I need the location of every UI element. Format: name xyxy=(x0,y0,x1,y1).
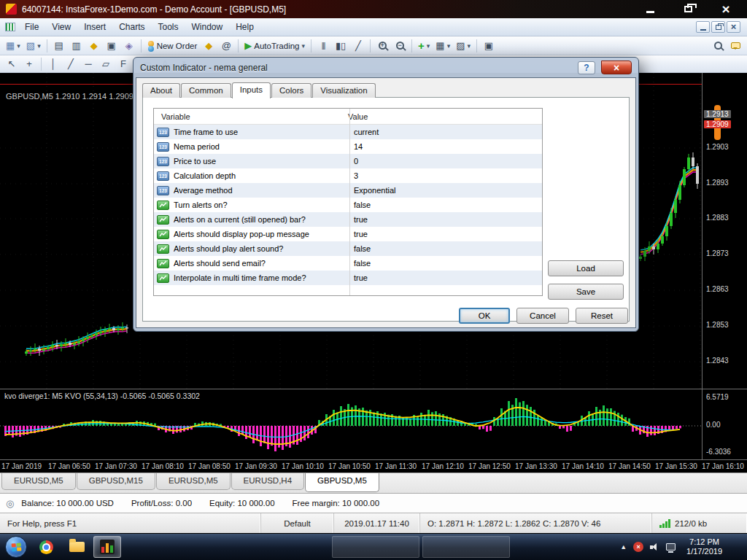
time-axis[interactable]: 17 Jan 201917 Jan 06:5017 Jan 07:3017 Ja… xyxy=(0,459,747,472)
dialog-tab-inputs[interactable]: Inputs xyxy=(232,82,271,98)
param-value[interactable]: true xyxy=(347,215,542,224)
menu-insert[interactable]: Insert xyxy=(77,19,112,35)
param-row[interactable]: Turn alerts on?false xyxy=(154,198,542,212)
tray-chevron-icon[interactable]: ▲ xyxy=(620,543,627,551)
candlestick-chart-button[interactable]: ▮▯ xyxy=(333,38,349,54)
time-axis-label: 17 Jan 09:30 xyxy=(235,462,277,470)
volume-icon[interactable] xyxy=(650,542,659,551)
dialog-close-button[interactable]: × xyxy=(601,61,632,74)
dialog-tab-common[interactable]: Common xyxy=(181,83,231,98)
chart-tab-1[interactable]: GBPUSD,M15 xyxy=(77,473,155,490)
community-button[interactable]: @ xyxy=(218,38,234,54)
param-row[interactable]: 123Calculation depth3 xyxy=(154,168,542,183)
menu-window[interactable]: Window xyxy=(185,19,230,35)
zoom-out-button[interactable]: − xyxy=(392,38,408,54)
status-profile[interactable]: Default xyxy=(261,513,334,533)
menu-tools[interactable]: Tools xyxy=(152,19,185,35)
vertical-line-button[interactable]: │ xyxy=(45,56,61,72)
metaeditor-button[interactable]: ◆ xyxy=(201,38,217,54)
network-icon[interactable] xyxy=(666,543,676,551)
zoom-in-button[interactable]: + xyxy=(374,38,390,54)
param-row[interactable]: Alerts should display pop-up messagetrue xyxy=(154,227,542,241)
param-row[interactable]: Interpolate in multi time frame mode?tru… xyxy=(154,271,542,285)
menu-charts[interactable]: Charts xyxy=(112,19,151,35)
menu-view[interactable]: View xyxy=(45,19,77,35)
taskbar-chrome[interactable] xyxy=(32,536,60,558)
param-row[interactable]: 123Time frame to usecurrent xyxy=(154,125,542,139)
param-row[interactable]: Alerts on a current (still opened) bar?t… xyxy=(154,212,542,227)
dialog-help-button[interactable]: ? xyxy=(578,61,595,74)
dialog-tab-colors[interactable]: Colors xyxy=(271,83,311,98)
taskbar-ghost-previews xyxy=(332,536,510,558)
account-metric: Equity: 10 000.00 xyxy=(209,499,275,508)
taskbar-explorer[interactable] xyxy=(63,536,90,558)
chart-tab-0[interactable]: EURUSD,M5 xyxy=(1,473,76,490)
tile-windows-button[interactable]: ▣ xyxy=(481,38,497,54)
navigator-button[interactable]: ◆ xyxy=(86,38,102,54)
start-button[interactable] xyxy=(5,536,27,558)
param-value[interactable]: current xyxy=(347,128,542,136)
param-value[interactable]: false xyxy=(347,201,542,209)
crosshair-button[interactable]: + xyxy=(21,56,37,72)
cursor-button[interactable]: ↖ xyxy=(4,56,20,72)
data-window-button[interactable]: ▥ xyxy=(69,38,85,54)
chart-close-button[interactable]: × xyxy=(727,21,740,33)
new-chart-button[interactable]: ▦▾ xyxy=(4,38,23,54)
trendline-button[interactable]: ╱ xyxy=(63,56,79,72)
boolean-param-icon xyxy=(157,201,169,210)
price-scale[interactable]: 1.29131.29091.29031.28931.28831.28731.28… xyxy=(702,73,747,389)
dialog-tab-about[interactable]: About xyxy=(142,83,180,98)
param-value[interactable]: 0 xyxy=(347,157,542,166)
chart-restore-button[interactable] xyxy=(711,21,725,33)
close-button[interactable]: × xyxy=(716,3,735,16)
param-row[interactable]: 123Average methodExponential xyxy=(154,183,542,198)
chart-tab-3[interactable]: EURUSD,H4 xyxy=(231,473,304,490)
terminal-button[interactable]: ▣ xyxy=(104,38,120,54)
chart-minimize-button[interactable] xyxy=(696,21,710,33)
param-row[interactable]: Alerts should send email?false xyxy=(154,256,542,271)
strategy-tester-button[interactable]: ◈ xyxy=(121,38,137,54)
dialog-titlebar[interactable]: Custom Indicator - nema general ? × xyxy=(136,58,636,77)
param-value[interactable]: 3 xyxy=(347,171,542,180)
param-row[interactable]: 123Nema period14 xyxy=(154,139,542,154)
horizontal-line-button[interactable]: ─ xyxy=(80,56,96,72)
line-chart-button[interactable]: ╱ xyxy=(350,38,366,54)
save-button[interactable]: Save xyxy=(548,284,624,300)
new-order-button[interactable]: New Order xyxy=(145,38,200,54)
param-value[interactable]: 14 xyxy=(347,142,542,151)
param-value[interactable]: true xyxy=(347,273,542,282)
profiles-button[interactable]: ▧▾ xyxy=(24,38,43,54)
dialog-tab-visualization[interactable]: Visualization xyxy=(312,83,375,98)
cancel-button[interactable]: Cancel xyxy=(516,308,569,324)
channel-button[interactable]: ▱ xyxy=(98,56,114,72)
taskbar-clock[interactable]: 7:12 PM 1/17/2019 xyxy=(682,537,727,556)
param-row[interactable]: 123Price to use0 xyxy=(154,154,542,168)
chart-tab-2[interactable]: EURUSD,M5 xyxy=(156,473,231,490)
chart-tab-4[interactable]: GBPUSD,M5 xyxy=(305,473,379,492)
fibonacci-button[interactable]: F xyxy=(115,56,131,72)
param-value[interactable]: Exponential xyxy=(347,186,542,195)
load-button[interactable]: Load xyxy=(548,260,624,276)
periods-button[interactable]: ▦▾ xyxy=(433,38,452,54)
param-value[interactable]: false xyxy=(347,244,542,253)
indicators-button[interactable]: +▾ xyxy=(416,38,432,54)
menu-help[interactable]: Help xyxy=(229,19,260,35)
taskbar-metatrader[interactable] xyxy=(93,536,121,558)
chat-button[interactable] xyxy=(727,38,743,54)
bar-chart-button[interactable]: ||| xyxy=(315,38,331,54)
ok-button[interactable]: OK xyxy=(459,308,510,324)
market-watch-button[interactable]: ▤ xyxy=(51,38,67,54)
param-row[interactable]: Alerts should play alert sound?false xyxy=(154,241,542,256)
param-value[interactable]: true xyxy=(347,230,542,238)
search-button[interactable] xyxy=(710,38,726,54)
autotrading-button[interactable]: ▶AutoTrading▾ xyxy=(242,38,307,54)
kvo-indicator-panel[interactable]: kvo diverge1: M5 KVO (55,34,13) -0.5065 … xyxy=(0,389,747,459)
reset-button[interactable]: Reset xyxy=(576,308,628,324)
minimize-button[interactable] xyxy=(640,3,659,16)
menu-file[interactable]: File xyxy=(18,19,45,35)
templates-button[interactable]: ▨▾ xyxy=(454,38,473,54)
notification-badge-icon[interactable]: × xyxy=(633,542,643,552)
indicator-scale[interactable]: 6.57190.00-6.3036 xyxy=(702,389,747,459)
restore-button[interactable] xyxy=(678,3,697,16)
param-value[interactable]: false xyxy=(347,259,542,268)
